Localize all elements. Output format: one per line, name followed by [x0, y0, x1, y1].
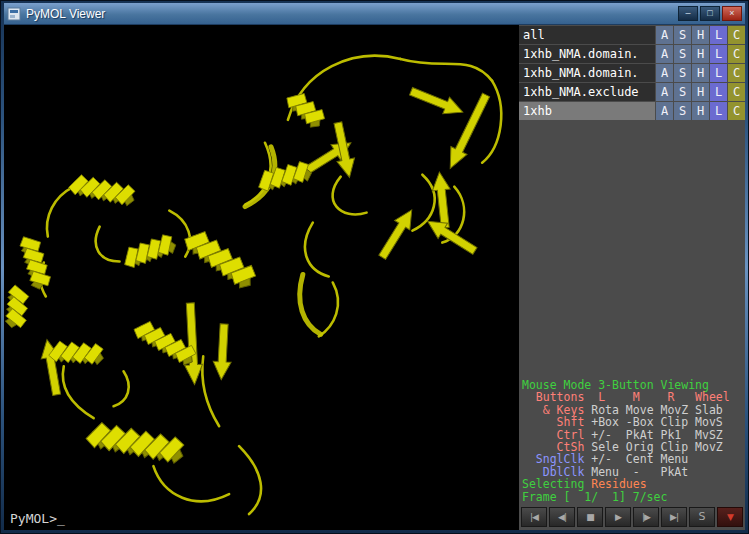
- object-c-button[interactable]: C: [728, 64, 745, 82]
- object-row: 1xhb_NMA.domain.ASHLC: [519, 45, 745, 63]
- object-c-button[interactable]: C: [728, 45, 745, 63]
- object-row: 1xhb_NMA.domain.ASHLC: [519, 64, 745, 82]
- object-name[interactable]: all: [519, 26, 655, 44]
- object-row: allASHLC: [519, 26, 745, 44]
- protein-sheets: [38, 83, 494, 396]
- object-a-button[interactable]: A: [656, 83, 673, 101]
- command-prompt[interactable]: PyMOL>_: [10, 511, 65, 526]
- object-c-button[interactable]: C: [728, 26, 745, 44]
- object-h-button[interactable]: H: [692, 83, 709, 101]
- prompt-label: PyMOL>: [10, 511, 57, 526]
- end-button[interactable]: ▶|: [661, 507, 687, 527]
- object-name[interactable]: 1xhb_NMA.exclude: [519, 83, 655, 101]
- pymol-window: PyMOL Viewer – □ ×: [0, 0, 749, 534]
- window-controls: – □ ×: [678, 6, 742, 21]
- object-name[interactable]: 1xhb: [519, 102, 655, 120]
- object-s-button[interactable]: S: [674, 45, 691, 63]
- object-a-button[interactable]: A: [656, 102, 673, 120]
- playback-bar: |◀◀|■▶|▶▶|S▼: [519, 505, 745, 530]
- stop-button[interactable]: ■: [577, 507, 603, 527]
- 3d-viewport[interactable]: PyMOL>_: [4, 25, 519, 530]
- object-l-button[interactable]: L: [710, 45, 727, 63]
- window-title: PyMOL Viewer: [26, 7, 105, 21]
- play-button[interactable]: ▶: [605, 507, 631, 527]
- sidebar-spacer: [519, 120, 745, 378]
- mouse-panel-line: Frame [ 1/ 1] 7/sec: [522, 491, 745, 503]
- mouse-panel-text: Frame [ 1/ 1] 7/sec: [522, 490, 667, 504]
- object-h-button[interactable]: H: [692, 64, 709, 82]
- panel-toggle-button[interactable]: ▼: [717, 507, 743, 527]
- object-l-button[interactable]: L: [710, 83, 727, 101]
- prompt-cursor: _: [57, 511, 65, 526]
- object-name[interactable]: 1xhb_NMA.domain.: [519, 45, 655, 63]
- object-s-button[interactable]: S: [674, 64, 691, 82]
- object-a-button[interactable]: A: [656, 45, 673, 63]
- client-area: PyMOL>_ allASHLC1xhb_NMA.domain.ASHLC1xh…: [4, 25, 745, 530]
- object-h-button[interactable]: H: [692, 26, 709, 44]
- rewind-button[interactable]: |◀: [521, 507, 547, 527]
- object-c-button[interactable]: C: [728, 102, 745, 120]
- titlebar[interactable]: PyMOL Viewer – □ ×: [4, 3, 745, 25]
- pymol-app-icon: [7, 7, 21, 21]
- step-forward-button[interactable]: |▶: [633, 507, 659, 527]
- object-l-button[interactable]: L: [710, 102, 727, 120]
- close-button[interactable]: ×: [722, 6, 742, 21]
- object-list: allASHLC1xhb_NMA.domain.ASHLC1xhb_NMA.do…: [519, 25, 745, 120]
- object-a-button[interactable]: A: [656, 64, 673, 82]
- protein-helices: [5, 87, 329, 465]
- object-l-button[interactable]: L: [710, 26, 727, 44]
- object-s-button[interactable]: S: [674, 83, 691, 101]
- object-s-button[interactable]: S: [674, 26, 691, 44]
- object-h-button[interactable]: H: [692, 102, 709, 120]
- scene-button[interactable]: S: [689, 507, 715, 527]
- sidebar: allASHLC1xhb_NMA.domain.ASHLC1xhb_NMA.do…: [519, 25, 745, 530]
- object-l-button[interactable]: L: [710, 64, 727, 82]
- object-row: 1xhbASHLC: [519, 102, 745, 120]
- minimize-button[interactable]: –: [678, 6, 698, 21]
- object-row: 1xhb_NMA.excludeASHLC: [519, 83, 745, 101]
- protein-structure: [4, 25, 519, 530]
- object-s-button[interactable]: S: [674, 102, 691, 120]
- object-name[interactable]: 1xhb_NMA.domain.: [519, 64, 655, 82]
- object-h-button[interactable]: H: [692, 45, 709, 63]
- object-a-button[interactable]: A: [656, 26, 673, 44]
- mouse-panel: Mouse Mode 3-Button Viewing Buttons L M …: [519, 378, 745, 505]
- maximize-button[interactable]: □: [700, 6, 720, 21]
- object-c-button[interactable]: C: [728, 83, 745, 101]
- step-back-button[interactable]: ◀|: [549, 507, 575, 527]
